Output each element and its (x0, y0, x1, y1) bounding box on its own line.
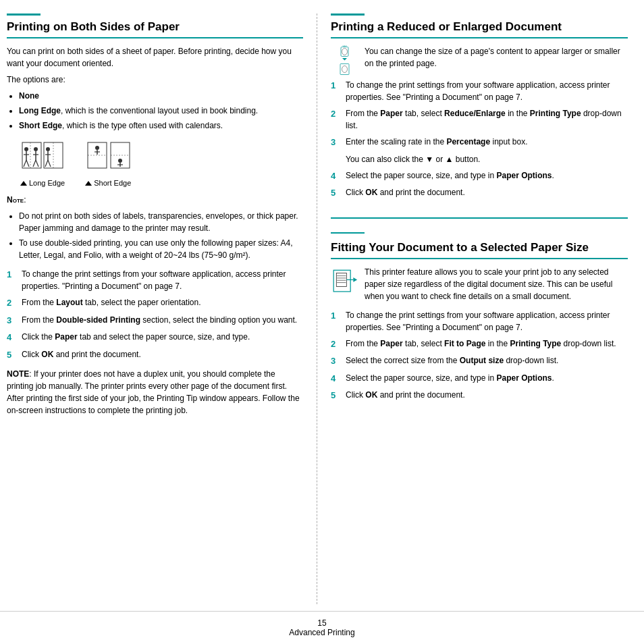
right-step1-2-text: From the Paper tab, select Reduce/Enlarg… (346, 107, 628, 132)
short-edge-svg (86, 141, 130, 176)
right-step2-5: 5 Click OK and print the document. (331, 389, 628, 402)
svg-point-36 (342, 66, 348, 73)
note-bottom-label: NOTE (7, 369, 29, 379)
left-column: Printing on Both Sides of Paper You can … (7, 14, 317, 604)
right-step-num2-2: 2 (331, 338, 343, 351)
note-title-label: Note (7, 195, 24, 205)
title-bar-right-1 (331, 14, 365, 16)
notes-list: Do not print on both sides of labels, tr… (19, 210, 303, 261)
divider-right-2 (331, 232, 365, 234)
svg-line-6 (26, 160, 29, 167)
main-content: Printing on Both Sides of Paper You can … (0, 0, 644, 611)
right-step-num1-2: 2 (331, 107, 343, 132)
fit-page-icon (331, 266, 358, 300)
right-section1-intro: You can change the size of a page's cont… (331, 45, 628, 70)
right-step-num1-3: 3 (331, 136, 343, 149)
right-section-1: Printing a Reduced or Enlarged Document … (331, 14, 628, 219)
short-edge-label: Short Edge (85, 179, 131, 187)
left-intro2: The options are: (7, 74, 303, 86)
right-step1-1: 1 To change the print settings from your… (331, 79, 628, 103)
right-step1-4-text: Select the paper source, size, and type … (346, 169, 554, 183)
step-num-3: 3 (7, 314, 19, 327)
right-step2-1-text: To change the print settings from your s… (346, 309, 628, 333)
long-edge-label: Long Edge (20, 179, 65, 187)
note-title: Note: (7, 194, 303, 206)
right-step1-1-text: To change the print settings from your s… (346, 79, 628, 103)
svg-point-2 (24, 147, 28, 151)
long-edge-illustration: Long Edge (20, 141, 65, 187)
short-edge-illustration: Short Edge (85, 141, 131, 187)
option-short-edge-label: Short Edge (19, 121, 62, 130)
short-edge-text: Short Edge (94, 179, 131, 187)
svg-marker-34 (342, 58, 347, 61)
step-num-2: 2 (7, 296, 19, 310)
svg-rect-37 (333, 270, 350, 292)
step-4-text: Click the Paper tab and select the paper… (22, 331, 250, 344)
right-step2-3: 3 Select the correct size from the Outpu… (331, 354, 628, 368)
long-edge-left-page (21, 141, 65, 176)
left-step-5: 5 Click OK and print the document. (7, 348, 303, 362)
svg-marker-44 (353, 277, 357, 282)
right-step-num1-5: 5 (331, 186, 343, 200)
note-bottom: NOTE: If your printer does not have a du… (7, 368, 303, 417)
option-short-edge-desc: , which is the type often used with cale… (62, 121, 223, 130)
svg-point-26 (118, 159, 122, 163)
right-step1-4: 4 Select the paper source, size, and typ… (331, 169, 628, 183)
left-section-title: Printing on Both Sides of Paper (7, 20, 303, 38)
right-step2-2: 2 From the Paper tab, select Fit to Page… (331, 338, 628, 351)
right-step-num1-4: 4 (331, 169, 343, 183)
step-2-text: From the Layout tab, select the paper or… (22, 296, 200, 310)
right-step2-1: 1 To change the print settings from your… (331, 309, 628, 333)
right-section1-title: Printing a Reduced or Enlarged Document (331, 20, 628, 38)
right-step1-2: 2 From the Paper tab, select Reduce/Enla… (331, 107, 628, 132)
svg-point-21 (95, 146, 99, 150)
page-subtitle: Advanced Printing (289, 628, 354, 637)
right-step2-3-text: Select the correct size from the Output … (346, 354, 558, 368)
right-step2-2-text: From the Paper tab, select Fit to Page i… (346, 338, 616, 351)
left-step-2: 2 From the Layout tab, select the paper … (7, 296, 303, 310)
step-num-5: 5 (7, 348, 19, 362)
right-step1-3b-text: You can also click the ▼ or ▲ button. (346, 153, 480, 165)
note-box: Note: Do not print on both sides of labe… (7, 194, 303, 261)
triangle-icon-long (20, 181, 27, 186)
note-item-2: To use double-sided printing, you can us… (19, 237, 303, 261)
options-list: None Long Edge, which is the conventiona… (19, 90, 303, 132)
step-3-text: From the Double-sided Printing section, … (22, 314, 297, 327)
step-5-text: Click OK and print the document. (22, 348, 141, 362)
note-item-1: Do not print on both sides of labels, tr… (19, 210, 303, 234)
svg-line-18 (48, 160, 51, 167)
right-column: Printing a Reduced or Enlarged Document … (317, 14, 628, 604)
right-step1-5-text: Click OK and print the document. (346, 186, 465, 200)
svg-point-33 (342, 49, 348, 55)
right-section2-intro: This printer feature allows you to scale… (331, 266, 628, 302)
left-step-3: 3 From the Double-sided Printing section… (7, 314, 303, 327)
illustrations: Long Edge (20, 141, 303, 187)
right-step2-4-text: Select the paper source, size, and type … (346, 372, 554, 385)
right-step2-5-text: Click OK and print the document. (346, 389, 465, 402)
option-long-edge-desc: , which is the conventional layout used … (61, 106, 258, 115)
left-steps: 1 To change the print settings from your… (7, 268, 303, 361)
option-none: None (19, 90, 303, 102)
left-step-4: 4 Click the Paper tab and select the pap… (7, 331, 303, 344)
svg-rect-38 (336, 273, 346, 286)
right-section2-title: Fitting Your Document to a Selected Pape… (331, 240, 628, 259)
title-bar-left (7, 14, 41, 16)
left-step-1: 1 To change the print settings from your… (7, 268, 303, 292)
svg-rect-0 (22, 142, 41, 168)
step-num-4: 4 (7, 331, 19, 344)
svg-point-7 (34, 147, 38, 151)
option-long-edge-label: Long Edge (19, 106, 61, 115)
page: Printing on Both Sides of Paper You can … (0, 0, 644, 644)
svg-line-10 (33, 160, 36, 167)
right-step-num1-3b (331, 153, 343, 165)
right-step-num2-4: 4 (331, 372, 343, 385)
step-1-text: To change the print settings from your s… (22, 268, 303, 292)
right-step1-3: 3 Enter the scaling rate in the Percenta… (331, 136, 628, 149)
right-step2-4: 4 Select the paper source, size, and typ… (331, 372, 628, 385)
svg-point-14 (46, 147, 50, 151)
right-section-2: Fitting Your Document to a Selected Pape… (331, 232, 628, 402)
svg-line-17 (45, 160, 48, 167)
triangle-icon-short (85, 181, 92, 186)
right-step-num1-1: 1 (331, 79, 343, 103)
option-none-label: None (19, 91, 39, 101)
